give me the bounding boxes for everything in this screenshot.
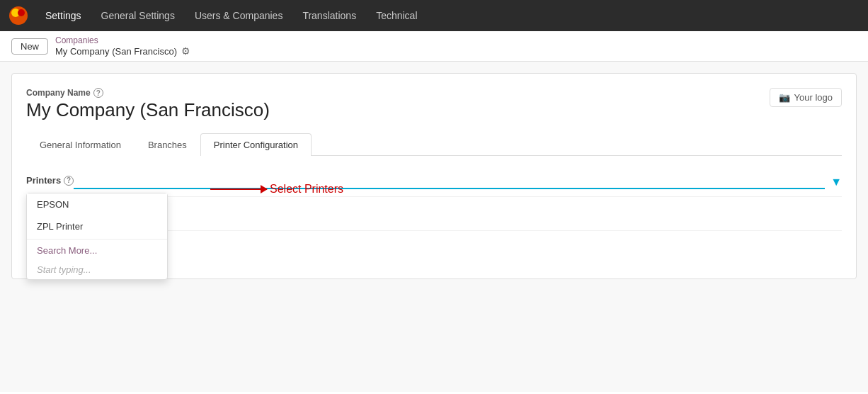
dropdown-start-typing: Start typing... bbox=[27, 260, 167, 279]
company-name-block: Company Name ? My Company (San Francisco… bbox=[26, 88, 270, 121]
nav-settings[interactable]: Settings bbox=[37, 6, 90, 26]
printers-section: Printers ? ▼ EPSON ZPL Printer Search Mo… bbox=[26, 167, 842, 264]
dropdown-search-more[interactable]: Search More... bbox=[27, 241, 167, 260]
tab-printer-configuration[interactable]: Printer Configuration bbox=[200, 133, 312, 156]
dropdown-divider bbox=[27, 239, 167, 240]
printers-dropdown-arrow[interactable]: ▼ bbox=[825, 176, 842, 188]
app-logo bbox=[8, 6, 28, 26]
svg-point-2 bbox=[18, 9, 25, 16]
form-tabs: General Information Branches Printer Con… bbox=[26, 133, 842, 156]
breadcrumb-bar: New Companies My Company (San Francisco)… bbox=[0, 31, 868, 62]
tab-general-information[interactable]: General Information bbox=[26, 133, 135, 156]
form-card: Company Name ? My Company (San Francisco… bbox=[11, 73, 857, 279]
nav-general-settings[interactable]: General Settings bbox=[93, 6, 183, 26]
printers-row: Printers ? ▼ EPSON ZPL Printer Search Mo… bbox=[26, 167, 842, 197]
company-name-help-icon[interactable]: ? bbox=[93, 88, 103, 98]
gear-icon[interactable]: ⚙ bbox=[181, 45, 190, 57]
printer-option-epson[interactable]: EPSON bbox=[27, 193, 167, 215]
company-title-section: Company Name ? My Company (San Francisco… bbox=[26, 88, 842, 121]
breadcrumb-parent[interactable]: Companies bbox=[55, 35, 190, 45]
top-navigation: Settings General Settings Users & Compan… bbox=[0, 0, 868, 31]
printers-dropdown-menu: EPSON ZPL Printer Search More... Start t… bbox=[26, 193, 168, 280]
upload-logo-button[interactable]: 📷 Your logo bbox=[770, 88, 842, 107]
new-button[interactable]: New bbox=[11, 38, 48, 55]
printers-help-icon[interactable]: ? bbox=[64, 176, 74, 186]
nav-translations[interactable]: Translations bbox=[294, 6, 365, 26]
breadcrumb-current-label: My Company (San Francisco) bbox=[55, 46, 177, 57]
main-content: Company Name ? My Company (San Francisco… bbox=[0, 62, 868, 392]
breadcrumb-current: My Company (San Francisco) ⚙ bbox=[55, 45, 190, 57]
nav-technical[interactable]: Technical bbox=[367, 6, 426, 26]
printers-label: Printers ? bbox=[26, 175, 74, 186]
printer-option-zpl[interactable]: ZPL Printer bbox=[27, 215, 167, 237]
camera-icon: 📷 bbox=[779, 92, 790, 103]
printers-input[interactable] bbox=[74, 174, 825, 189]
nav-users-companies[interactable]: Users & Companies bbox=[186, 6, 292, 26]
breadcrumb: Companies My Company (San Francisco) ⚙ bbox=[55, 35, 190, 57]
company-name-heading: My Company (San Francisco) bbox=[26, 99, 270, 121]
company-name-label: Company Name ? bbox=[26, 88, 270, 98]
tab-branches[interactable]: Branches bbox=[135, 133, 200, 156]
